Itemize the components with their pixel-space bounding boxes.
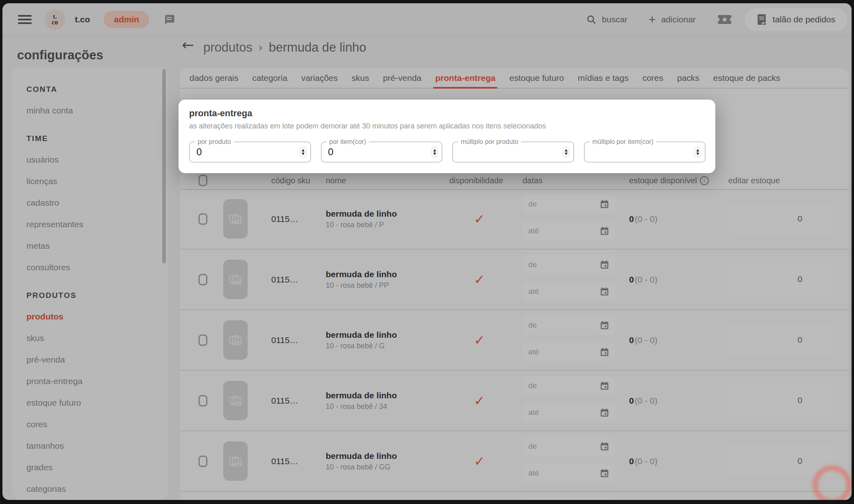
pronta-entrega-panel: pronta-entrega as alterações realizadas …	[179, 100, 715, 173]
field-label: múltiplo por item(cor)	[590, 138, 656, 146]
dim-overlay	[2, 3, 852, 500]
field-label: por item(cor)	[327, 138, 369, 146]
field-value: 0	[322, 146, 333, 158]
app-window: t. co t.co admin buscar + adicionar	[2, 3, 852, 500]
field-label: múltiplo por produto	[458, 138, 521, 146]
field-label: por produto	[195, 138, 234, 146]
panel-note: as alterações realizadas em lote podem d…	[189, 122, 706, 130]
panel-title: pronta-entrega	[189, 108, 706, 119]
number-stepper-icon[interactable]	[694, 146, 701, 158]
number-stepper-icon[interactable]	[563, 146, 570, 158]
number-field[interactable]: por produto 0	[189, 141, 311, 163]
panel-fields: por produto 0 por item(cor) 0 múltiplo p…	[189, 141, 706, 163]
number-stepper-icon[interactable]	[431, 146, 438, 158]
number-field[interactable]: múltiplo por produto	[452, 141, 574, 163]
number-stepper-icon[interactable]	[300, 146, 307, 158]
cursor-highlight-ring	[813, 466, 851, 500]
field-value: 0	[190, 146, 202, 158]
number-field[interactable]: por item(cor) 0	[321, 141, 443, 163]
number-field[interactable]: múltiplo por item(cor)	[584, 141, 706, 163]
